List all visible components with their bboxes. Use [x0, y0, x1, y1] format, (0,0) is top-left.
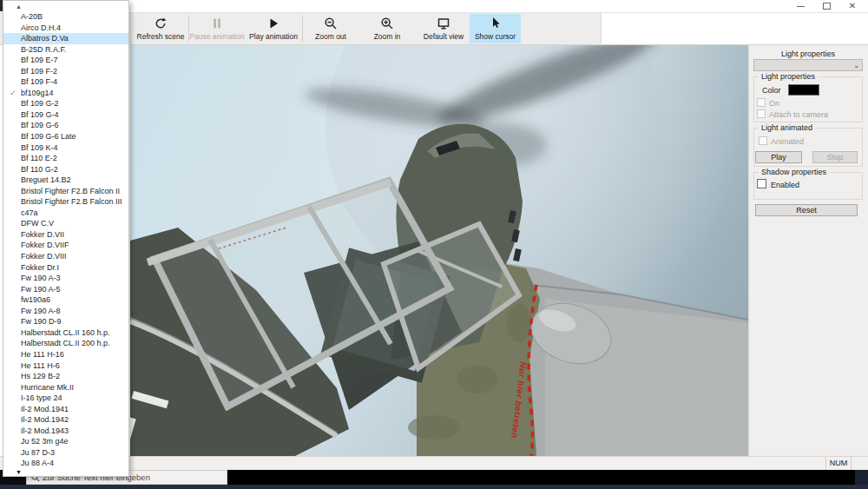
aircraft-list-item[interactable]: Bf 109 G-4	[3, 109, 128, 121]
aircraft-list-item-label: Albatros D.Va	[21, 34, 69, 43]
aircraft-list: A-20B Airco D.H.4 Albatros D.Va B-25D R.…	[3, 11, 128, 468]
aircraft-list-item[interactable]: Ju 88 A-4	[3, 458, 128, 468]
scroll-up-button[interactable]: ▲	[3, 1, 128, 11]
scene-viewport[interactable]: Nur hier betreten	[130, 45, 748, 456]
play-animation-button[interactable]: Play animation	[246, 14, 301, 43]
default-view-icon	[437, 17, 450, 30]
aircraft-list-item[interactable]: Halberstadt CL.II 160 h.p.	[3, 327, 128, 339]
aircraft-list-item-label: fw190a6	[21, 295, 50, 304]
default-view-button[interactable]: Default view	[416, 14, 471, 43]
aircraft-list-item[interactable]: Fokker Dr.I	[3, 262, 128, 274]
num-lock-indicator: NUM	[825, 456, 852, 470]
aircraft-list-item[interactable]: Fw 190 D-9	[3, 316, 128, 327]
reset-button[interactable]: Reset	[755, 204, 858, 216]
aircraft-list-item[interactable]: Bristol Fighter F2.B Falcon II	[3, 186, 128, 197]
aircraft-list-item-label: I-16 type 24	[21, 393, 62, 402]
refresh-scene-button[interactable]: Refresh scene	[133, 14, 188, 43]
aircraft-list-item[interactable]: He 111 H-6	[3, 360, 128, 372]
aircraft-list-item-label: Il-2 Mod.1943	[21, 426, 69, 435]
zoom-in-button[interactable]: Zoom in	[359, 14, 415, 43]
aircraft-list-item[interactable]: Fw 190 A-8	[3, 306, 128, 317]
aircraft-list-item[interactable]: Il-2 Mod.1941	[3, 404, 128, 415]
show-cursor-button[interactable]: Show cursor	[470, 14, 521, 43]
aircraft-list-item-label: He 111 H-16	[21, 350, 64, 359]
close-icon: ✕	[849, 2, 856, 10]
enabled-checkbox-label: Enabled	[771, 181, 799, 189]
aircraft-list-item[interactable]: Fokker D.VIII	[3, 251, 128, 262]
aircraft-list-item-label: Bristol Fighter F2.B Falcon III	[21, 197, 122, 206]
aircraft-list-item[interactable]: Airco D.H.4	[3, 23, 128, 34]
aircraft-list-item[interactable]: He 111 H-16	[3, 349, 128, 360]
scroll-up-icon: ▲	[16, 3, 22, 10]
aircraft-list-item-label: Fw 190 A-5	[21, 285, 61, 294]
aircraft-list-item[interactable]: Bf 109 G-6 Late	[3, 131, 128, 142]
play-button[interactable]: Play	[755, 151, 802, 163]
toolbar-button-label: Zoom out	[315, 32, 346, 41]
enabled-checkbox[interactable]	[757, 179, 766, 188]
show-cursor-icon	[489, 17, 503, 30]
aircraft-list-item[interactable]: Bristol Fighter F2.B Falcon III	[3, 196, 128, 208]
aircraft-list-item[interactable]: Bf 109 E-7	[3, 55, 128, 66]
color-label: Color	[762, 86, 781, 95]
aircraft-list-item[interactable]: Fw 190 A-5	[3, 284, 128, 295]
on-checkbox	[757, 98, 766, 107]
minimize-button[interactable]	[787, 0, 813, 12]
title-bar: ✕	[0, 0, 868, 12]
toolbar-button-label: Show cursor	[475, 32, 516, 41]
aircraft-list-item[interactable]: Fw 190 A-3	[3, 273, 128, 284]
aircraft-list-item[interactable]: Ju 87 D-3	[3, 447, 128, 459]
zoom-in-icon	[380, 17, 394, 30]
aircraft-list-item-label: Ju 87 D-3	[21, 448, 55, 457]
aircraft-list-item[interactable]: c47a	[3, 208, 128, 219]
aircraft-list-item[interactable]: Albatros D.Va	[3, 33, 128, 44]
shadow-properties-group-label: Shadow properties	[759, 168, 829, 176]
aircraft-list-item[interactable]: fw190a6	[3, 294, 128, 306]
aircraft-list-item[interactable]: Breguet 14.B2	[3, 175, 128, 186]
pause-animation-button: Pause animation	[189, 14, 245, 43]
aircraft-list-item[interactable]: Bf 109 F-4	[3, 76, 128, 88]
aircraft-list-item[interactable]: Fokker D.VIIF	[3, 240, 128, 251]
color-swatch[interactable]	[788, 84, 819, 96]
aircraft-list-item[interactable]: Halberstadt CL.II 200 h.p.	[3, 338, 128, 349]
aircraft-list-item-label: DFW C.V	[21, 219, 54, 228]
light-select-combobox[interactable]: ⌄	[753, 59, 863, 71]
aircraft-render: Nur hier betreten	[130, 45, 748, 456]
aircraft-list-item-label: He 111 H-6	[21, 361, 60, 370]
maximize-button[interactable]	[813, 0, 839, 12]
animated-checkbox	[759, 136, 767, 145]
aircraft-list-item[interactable]: Fokker D.VII	[3, 229, 128, 241]
aircraft-list-item[interactable]: Bf 109 G-2	[3, 98, 128, 109]
aircraft-list-item-label: Fw 190 A-3	[21, 274, 61, 282]
aircraft-list-item-label: Il-2 Mod.1941	[21, 405, 69, 413]
aircraft-list-item-label: Bf 109 F-2	[21, 67, 57, 76]
aircraft-list-item[interactable]: Hurricane Mk.II	[3, 382, 128, 393]
aircraft-list-item[interactable]: Bf 110 E-2	[3, 153, 128, 164]
toolbar-button-label: Pause animation	[189, 32, 244, 41]
aircraft-list-item-label: B-25D R.A.F.	[21, 45, 67, 54]
aircraft-list-item[interactable]: Il-2 Mod.1943	[3, 426, 128, 437]
light-properties-group-label: Light properties	[759, 72, 818, 81]
aircraft-list-item[interactable]: Bf 110 G-2	[3, 164, 128, 175]
aircraft-list-item[interactable]: Hs 129 B-2	[3, 371, 128, 382]
aircraft-list-item-label: bf109g14	[21, 89, 54, 97]
aircraft-list-item-label: Fw 190 D-9	[21, 317, 62, 326]
scroll-down-button[interactable]: ▼	[3, 468, 128, 476]
aircraft-list-item-label: Fokker D.VIIF	[21, 241, 69, 249]
light-panel-header: Light properties	[748, 50, 868, 58]
aircraft-list-item[interactable]: DFW C.V	[3, 218, 128, 229]
aircraft-list-item[interactable]: Bf 109 G-6	[3, 120, 128, 131]
chevron-down-icon: ⌄	[853, 62, 859, 69]
close-button[interactable]: ✕	[839, 0, 865, 12]
aircraft-list-item[interactable]: Bf 109 K-4	[3, 142, 128, 154]
attach-to-camera-label: Attach to camera	[769, 110, 828, 119]
aircraft-list-item[interactable]: A-20B	[3, 11, 128, 23]
aircraft-list-item[interactable]: Bf 109 F-2	[3, 66, 128, 77]
zoom-out-button[interactable]: Zoom out	[303, 14, 358, 43]
aircraft-list-item-label: Bf 109 G-2	[21, 99, 59, 108]
aircraft-list-item[interactable]: B-25D R.A.F.	[3, 44, 128, 56]
aircraft-list-item[interactable]: I-16 type 24	[3, 393, 128, 404]
aircraft-list-item[interactable]: Il-2 Mod.1942	[3, 414, 128, 426]
aircraft-list-item-label: Fokker D.VII	[21, 230, 64, 239]
aircraft-list-item[interactable]: Ju 52 3m g4e	[3, 436, 128, 447]
aircraft-list-item[interactable]: ✓ bf109g14	[3, 88, 128, 99]
